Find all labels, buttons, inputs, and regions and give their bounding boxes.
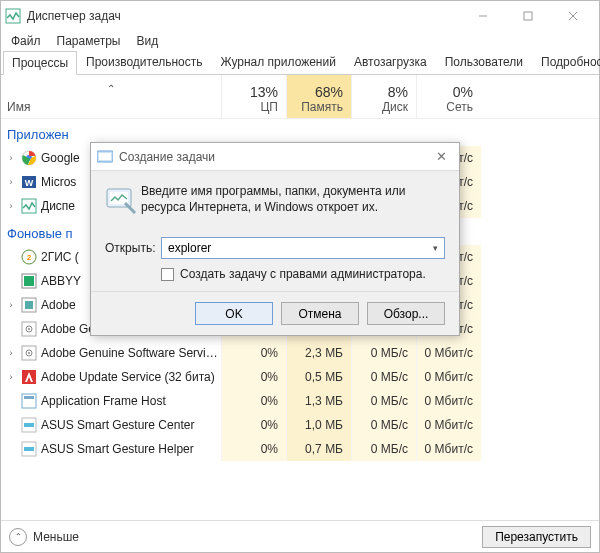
- process-icon: 2: [21, 249, 37, 265]
- process-name: ASUS Smart Gesture Helper: [41, 442, 221, 456]
- cell-net: 0 Мбит/с: [416, 365, 481, 389]
- titlebar[interactable]: Диспетчер задач: [1, 1, 599, 31]
- close-button[interactable]: [550, 2, 595, 30]
- open-label: Открыть:: [105, 241, 161, 255]
- process-icon: [21, 150, 37, 166]
- footer: ⌃ Меньше Перезапустить: [1, 520, 599, 552]
- process-icon: [21, 417, 37, 433]
- cell-net: 0 Мбит/с: [416, 437, 481, 461]
- tab-users[interactable]: Пользователи: [436, 50, 532, 74]
- cell-disk: 0 МБ/с: [351, 365, 416, 389]
- process-icon: [21, 441, 37, 457]
- col-header-cpu[interactable]: 13% ЦП: [221, 75, 286, 118]
- process-icon: [21, 345, 37, 361]
- svg-rect-24: [24, 396, 34, 399]
- cell-disk: 0 МБ/с: [351, 389, 416, 413]
- process-icon: [21, 273, 37, 289]
- table-row[interactable]: ›Adobe Update Service (32 бита)0%0,5 МБ0…: [1, 365, 599, 389]
- cell-net: 0 Мбит/с: [416, 341, 481, 365]
- svg-rect-30: [99, 153, 111, 160]
- process-icon: [21, 393, 37, 409]
- cancel-button[interactable]: Отмена: [281, 302, 359, 325]
- expand-chevron-icon[interactable]: ›: [5, 177, 17, 187]
- expand-chevron-icon[interactable]: ›: [5, 300, 17, 310]
- process-name: Adobe Genuine Software Servic...: [41, 346, 221, 360]
- cell-disk: 0 МБ/с: [351, 341, 416, 365]
- table-row[interactable]: ›Adobe Genuine Software Servic...0%2,3 М…: [1, 341, 599, 365]
- cell-cpu: 0%: [221, 389, 286, 413]
- tab-details[interactable]: Подробности: [532, 50, 600, 74]
- cell-mem: 1,3 МБ: [286, 389, 351, 413]
- dialog-big-icon: [105, 183, 141, 221]
- sort-indicator-icon: ⌃: [7, 83, 215, 100]
- dialog-title: Создание задачи: [119, 150, 429, 164]
- menubar: Файл Параметры Вид: [1, 31, 599, 51]
- process-name: Application Frame Host: [41, 394, 221, 408]
- table-row[interactable]: ASUS Smart Gesture Center0%1,0 МБ0 МБ/с0…: [1, 413, 599, 437]
- process-icon: [21, 369, 37, 385]
- open-value: explorer: [168, 241, 211, 255]
- admin-checkbox[interactable]: [161, 268, 174, 281]
- column-headers: ⌃ Имя 13% ЦП 68% Память 8% Диск 0% Сеть: [1, 75, 599, 119]
- process-name: Adobe Update Service (32 бита): [41, 370, 221, 384]
- svg-rect-26: [24, 423, 34, 427]
- cell-cpu: 0%: [221, 437, 286, 461]
- create-task-dialog: Создание задачи ✕ Введите имя программы,…: [90, 142, 460, 336]
- menu-options[interactable]: Параметры: [49, 32, 129, 50]
- taskmgr-icon: [5, 8, 21, 24]
- col-header-mem[interactable]: 68% Память: [286, 75, 351, 118]
- cell-cpu: 0%: [221, 341, 286, 365]
- maximize-button[interactable]: [505, 2, 550, 30]
- expand-chevron-icon[interactable]: ›: [5, 153, 17, 163]
- minimize-button[interactable]: [460, 2, 505, 30]
- expand-chevron-icon[interactable]: ›: [5, 201, 17, 211]
- menu-file[interactable]: Файл: [3, 32, 49, 50]
- dialog-titlebar[interactable]: Создание задачи ✕: [91, 143, 459, 171]
- tab-apphistory[interactable]: Журнал приложений: [212, 50, 345, 74]
- col-header-name[interactable]: ⌃ Имя: [1, 75, 221, 118]
- expand-chevron-icon[interactable]: ›: [5, 372, 17, 382]
- process-icon: [21, 297, 37, 313]
- process-icon: [21, 321, 37, 337]
- cell-disk: 0 МБ/с: [351, 413, 416, 437]
- process-icon: W: [21, 174, 37, 190]
- cell-cpu: 0%: [221, 413, 286, 437]
- col-header-disk[interactable]: 8% Диск: [351, 75, 416, 118]
- fewer-details-button[interactable]: ⌃ Меньше: [9, 528, 79, 546]
- admin-check-label: Создать задачу с правами администратора.: [180, 267, 426, 281]
- dialog-instruction: Введите имя программы, папки, документа …: [141, 183, 445, 221]
- chevron-down-icon: ▾: [433, 243, 438, 253]
- browse-button[interactable]: Обзор...: [367, 302, 445, 325]
- svg-rect-28: [24, 447, 34, 451]
- cell-mem: 0,7 МБ: [286, 437, 351, 461]
- window-title: Диспетчер задач: [27, 9, 460, 23]
- table-row[interactable]: ASUS Smart Gesture Helper0%0,7 МБ0 МБ/с0…: [1, 437, 599, 461]
- cell-disk: 0 МБ/с: [351, 437, 416, 461]
- svg-point-18: [28, 328, 30, 330]
- dialog-close-button[interactable]: ✕: [429, 149, 453, 164]
- cell-mem: 0,5 МБ: [286, 365, 351, 389]
- cell-net: 0 Мбит/с: [416, 389, 481, 413]
- cell-net: 0 Мбит/с: [416, 413, 481, 437]
- svg-text:2: 2: [27, 253, 32, 262]
- process-icon: [21, 198, 37, 214]
- svg-rect-2: [524, 12, 532, 20]
- restart-button[interactable]: Перезапустить: [482, 526, 591, 548]
- process-name: ASUS Smart Gesture Center: [41, 418, 221, 432]
- tab-processes[interactable]: Процессы: [3, 51, 77, 75]
- svg-text:W: W: [25, 178, 34, 188]
- ok-button[interactable]: OK: [195, 302, 273, 325]
- expand-chevron-icon[interactable]: ›: [5, 348, 17, 358]
- svg-rect-15: [25, 301, 33, 309]
- cell-mem: 2,3 МБ: [286, 341, 351, 365]
- tab-startup[interactable]: Автозагрузка: [345, 50, 436, 74]
- open-combobox[interactable]: explorer ▾: [161, 237, 445, 259]
- run-icon: [97, 149, 113, 165]
- cell-cpu: 0%: [221, 365, 286, 389]
- col-header-net[interactable]: 0% Сеть: [416, 75, 481, 118]
- table-row[interactable]: Application Frame Host0%1,3 МБ0 МБ/с0 Мб…: [1, 389, 599, 413]
- menu-view[interactable]: Вид: [128, 32, 166, 50]
- svg-rect-13: [24, 276, 34, 286]
- tab-performance[interactable]: Производительность: [77, 50, 211, 74]
- cell-mem: 1,0 МБ: [286, 413, 351, 437]
